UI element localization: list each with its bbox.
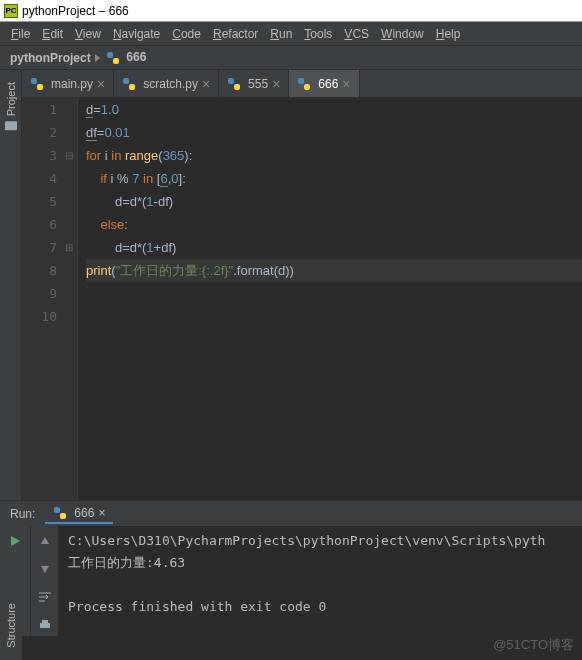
menu-edit[interactable]: Edit — [37, 25, 68, 43]
up-button[interactable] — [36, 532, 54, 550]
soft-wrap-button[interactable] — [36, 588, 54, 606]
app-icon: PC — [4, 4, 18, 18]
menu-vcs[interactable]: VCS — [339, 25, 374, 43]
svg-rect-9 — [298, 78, 304, 84]
watermark: @51CTO博客 — [493, 636, 574, 654]
menu-code[interactable]: Code — [167, 25, 206, 43]
breadcrumb-project[interactable]: pythonProject — [10, 51, 102, 65]
left-tool-rail: Project — [0, 70, 22, 500]
svg-rect-6 — [129, 84, 135, 90]
python-file-icon — [122, 77, 136, 91]
chevron-right-icon — [94, 54, 102, 62]
menu-run[interactable]: Run — [265, 25, 297, 43]
editor-tab[interactable]: scratch.py× — [114, 70, 219, 97]
svg-rect-5 — [123, 78, 129, 84]
menu-tools[interactable]: Tools — [299, 25, 337, 43]
left-bottom-rail: Structure — [0, 550, 22, 660]
python-file-icon — [53, 506, 67, 520]
rerun-button[interactable] — [6, 532, 24, 550]
run-nav-rail — [30, 526, 58, 636]
menu-file[interactable]: File — [6, 25, 35, 43]
svg-rect-10 — [304, 84, 310, 90]
down-button[interactable] — [36, 560, 54, 578]
run-console[interactable]: C:\Users\D310\PycharmProjects\pythonProj… — [58, 526, 582, 636]
svg-rect-4 — [37, 84, 43, 90]
run-tool-header: Run: 666 × — [0, 500, 582, 526]
svg-rect-7 — [228, 78, 234, 84]
svg-rect-11 — [54, 507, 60, 513]
menu-navigate[interactable]: Navigate — [108, 25, 165, 43]
structure-tool-tab[interactable]: Structure — [5, 597, 17, 654]
menu-help[interactable]: Help — [431, 25, 466, 43]
menu-bar: FileEditViewNavigateCodeRefactorRunTools… — [0, 22, 582, 46]
editor-tabs: main.py×scratch.py×555×666× — [22, 70, 582, 98]
python-file-icon — [297, 77, 311, 91]
close-icon[interactable]: × — [272, 76, 280, 92]
menu-view[interactable]: View — [70, 25, 106, 43]
folder-icon — [5, 120, 17, 132]
editor-tab[interactable]: 666× — [289, 70, 359, 97]
python-file-icon — [227, 77, 241, 91]
print-button[interactable] — [36, 616, 54, 634]
close-icon[interactable]: × — [342, 76, 350, 92]
python-file-icon — [106, 51, 120, 65]
window-titlebar: PC pythonProject – 666 — [0, 0, 582, 22]
run-tab[interactable]: 666 × — [45, 504, 113, 524]
window-title: pythonProject – 666 — [22, 4, 129, 18]
python-file-icon — [30, 77, 44, 91]
svg-rect-2 — [5, 121, 17, 130]
svg-rect-3 — [31, 78, 37, 84]
svg-rect-0 — [107, 52, 113, 58]
breadcrumb-file[interactable]: 666 — [106, 50, 146, 65]
editor-tab[interactable]: main.py× — [22, 70, 114, 97]
breadcrumb-bar: pythonProject 666 — [0, 46, 582, 70]
svg-rect-19 — [42, 620, 48, 623]
close-icon[interactable]: × — [97, 76, 105, 92]
svg-rect-12 — [60, 513, 66, 519]
project-tool-tab[interactable]: Project — [5, 76, 17, 138]
editor-code[interactable]: d=1.0df=0.01for i in range(365): if i % … — [78, 98, 582, 500]
svg-rect-8 — [234, 84, 240, 90]
svg-rect-1 — [113, 58, 119, 64]
menu-refactor[interactable]: Refactor — [208, 25, 263, 43]
editor-gutter: 123 ⊟4567 ⊞8910 — [22, 98, 78, 500]
close-icon[interactable]: × — [202, 76, 210, 92]
svg-rect-18 — [40, 623, 50, 628]
editor-tab[interactable]: 555× — [219, 70, 289, 97]
run-label: Run: — [10, 507, 35, 521]
close-icon[interactable]: × — [98, 506, 105, 520]
menu-window[interactable]: Window — [376, 25, 429, 43]
